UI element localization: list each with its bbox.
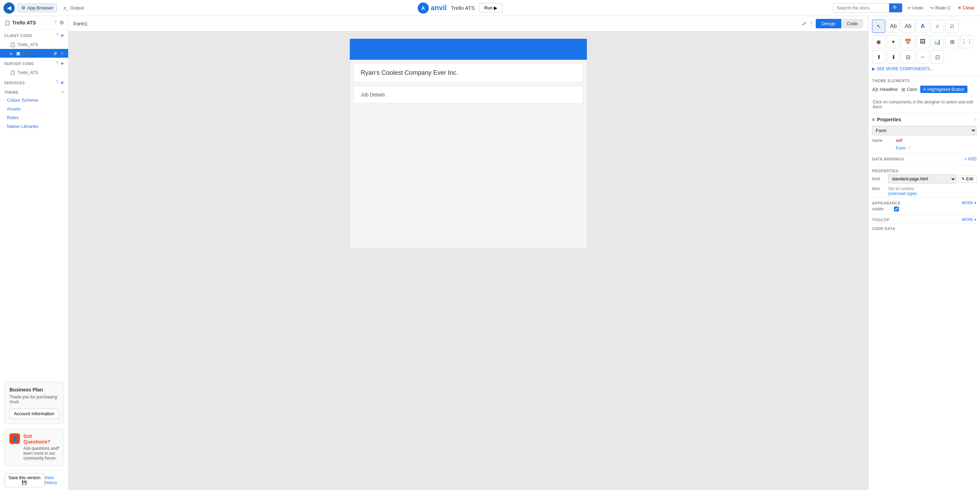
- form-help-button[interactable]: ?: [810, 21, 813, 27]
- tooltip-more-link[interactable]: MORE ▾: [962, 217, 977, 222]
- client-code-add-icon[interactable]: +: [60, 32, 64, 39]
- theme-headline-element[interactable]: Ab Headline: [872, 86, 898, 92]
- form-expand-button[interactable]: ⤢: [802, 20, 806, 27]
- sidebar-project-icon: 📋: [4, 20, 10, 25]
- search-button[interactable]: 🔍: [889, 3, 902, 12]
- properties-sub-header: PROPERTIES: [872, 165, 977, 174]
- cursor-tool-button[interactable]: ↖: [872, 19, 885, 33]
- got-questions-arrow-icon[interactable]: ›: [57, 444, 59, 451]
- html-select[interactable]: standard-page.html: [888, 174, 956, 183]
- theme-card-element[interactable]: ⊞ Card: [901, 87, 917, 92]
- item-set-runtime: Set at runtime: [888, 186, 917, 191]
- design-tab-label: Design: [821, 21, 835, 26]
- theme-elements-section: THEME ELEMENTS Ab Headline ⊞ Card A High…: [869, 76, 980, 96]
- trello-ats-client-label: Trello_ATS: [18, 42, 64, 47]
- sidebar-item-trello-ats-server[interactable]: 📋 Trello_ATS: [0, 68, 68, 77]
- textbox-component-button[interactable]: Ab: [901, 19, 915, 33]
- right-panel: ↖ Ab Ab A a ☑ ◉ ▾ 📅 🖼 📊 ⊞ ⋮⋮ ⬆ ⬇ ⊟: [868, 16, 980, 490]
- chart-component-button[interactable]: 📊: [931, 35, 944, 48]
- components-toolbar: ↖ Ab Ab A a ☑ ◉ ▾ 📅 🖼 📊 ⊞ ⋮⋮ ⬆ ⬇ ⊟: [869, 16, 980, 76]
- form-canvas[interactable]: Ryan's Coolest Company Ever Inc. Job Det…: [350, 38, 587, 248]
- name-prop-label: name: [872, 138, 893, 143]
- output-tab[interactable]: ≥_ Output: [60, 4, 87, 12]
- sidebar-item-roles[interactable]: Roles: [0, 113, 68, 122]
- form-type-select[interactable]: Form: [872, 126, 977, 135]
- redo-button[interactable]: ↪ Redo C: [928, 4, 953, 12]
- visible-checkbox[interactable]: [894, 207, 899, 212]
- services-add-icon[interactable]: +: [60, 80, 64, 86]
- form-link-help-icon[interactable]: ?: [908, 146, 910, 150]
- button-component-button[interactable]: A: [916, 19, 929, 33]
- tooltip-header: TOOLTIP MORE ▾: [872, 214, 977, 223]
- sidebar-help-icon[interactable]: ?: [54, 19, 57, 26]
- form-link[interactable]: Form: [896, 146, 905, 151]
- dropdown-component-button[interactable]: ▾: [887, 35, 900, 48]
- account-information-button[interactable]: Account Information: [10, 409, 59, 419]
- view-history-link[interactable]: View history: [45, 475, 64, 485]
- gridpanel-component-button[interactable]: ⊡: [931, 50, 944, 64]
- item-unknown-type[interactable]: (unknown type): [888, 191, 917, 196]
- fileloader-component-button[interactable]: ⬆: [872, 50, 885, 64]
- sidebar-item-native-libraries[interactable]: Native Libraries: [0, 122, 68, 131]
- got-questions-content: Got Questions? Ask questions and learn m…: [24, 433, 59, 461]
- radio-component-button[interactable]: ◉: [872, 35, 885, 48]
- add-binding-button[interactable]: + ADD: [964, 157, 977, 161]
- checkbox-component-button[interactable]: ☑: [945, 19, 959, 33]
- appearance-more-link[interactable]: MORE ▾: [962, 200, 977, 205]
- save-label: Save this version 💾: [8, 475, 41, 485]
- output-label: Output: [70, 5, 84, 11]
- server-code-help-icon[interactable]: ?: [56, 60, 58, 67]
- canvas-area[interactable]: Ryan's Coolest Company Ever Inc. Job Det…: [68, 32, 868, 490]
- datagrid-component-button[interactable]: ⊞: [945, 35, 959, 48]
- design-code-tabs: Design Code: [816, 19, 863, 28]
- save-button[interactable]: Save this version 💾: [4, 473, 45, 487]
- form-card-job-details[interactable]: Job Details: [353, 86, 583, 103]
- form1-dropdown-icon[interactable]: ▼: [60, 51, 64, 56]
- card-icon: ⊞: [901, 87, 905, 92]
- sidebar-item-assets[interactable]: Assets: [0, 105, 68, 113]
- search-box[interactable]: 🔍: [833, 3, 902, 13]
- close-button[interactable]: ✕ Close: [956, 4, 977, 12]
- run-label: Run ▶: [484, 5, 497, 11]
- app-browser-tab[interactable]: ⚙ App Browser: [18, 3, 57, 12]
- flowpanel-component-button[interactable]: ↔: [916, 50, 929, 64]
- html-edit-button[interactable]: ✎ Edit: [958, 175, 977, 183]
- theme-help-icon[interactable]: ?: [62, 90, 64, 94]
- image-component-button[interactable]: 🖼: [916, 35, 929, 48]
- theme-highlighted-button-element[interactable]: A Highlighted Button: [920, 86, 967, 93]
- link-component-button[interactable]: a: [931, 19, 944, 33]
- run-button[interactable]: Run ▶: [479, 3, 503, 13]
- see-more-components-link[interactable]: ▶ SEE MORE COMPONENTS...: [872, 66, 977, 72]
- search-input[interactable]: [833, 3, 889, 12]
- columns-component-button[interactable]: ⋮⋮: [960, 35, 974, 48]
- datepicker-component-button[interactable]: 📅: [901, 35, 915, 48]
- columnpanel-component-button[interactable]: ⊟: [901, 50, 915, 64]
- form1-chevron-icon[interactable]: ▶: [10, 51, 13, 56]
- sidebar-item-trello-ats-client[interactable]: 📋 Trello_ATS: [0, 40, 68, 49]
- comp-row-3: ⬆ ⬇ ⊟ ↔ ⊡: [872, 50, 977, 64]
- topbar-center: A anvil Trello ATS Run ▶: [90, 2, 830, 14]
- services-help-icon[interactable]: ?: [56, 80, 58, 86]
- theme-label: THEME: [4, 90, 19, 94]
- close-label: Close: [963, 5, 974, 11]
- form-card-company[interactable]: Ryan's Coolest Company Ever Inc.: [353, 63, 583, 83]
- linearpanel-component-button[interactable]: ⬇: [887, 50, 900, 64]
- undo-icon: ↩: [907, 5, 911, 11]
- design-tab[interactable]: Design: [816, 19, 841, 28]
- undo-button[interactable]: ↩ Undo: [905, 4, 926, 12]
- server-code-add-icon[interactable]: +: [60, 60, 64, 67]
- code-tab[interactable]: Code: [841, 19, 863, 28]
- sidebar-gear-icon[interactable]: ⚙: [59, 19, 64, 26]
- sidebar-item-form1[interactable]: ▶ ▣ Form1 ⚡ ▼: [0, 49, 68, 58]
- form-top-bar: [350, 39, 587, 60]
- properties-help-icon[interactable]: ?: [974, 117, 977, 123]
- client-code-help-icon[interactable]: ?: [56, 32, 58, 39]
- data-bindings-header: DATA BINDINGS + ADD: [872, 153, 977, 164]
- sidebar-item-colour-scheme[interactable]: Colour Scheme: [0, 96, 68, 105]
- save-bar: Save this version 💾 View history: [0, 470, 68, 490]
- back-button[interactable]: ◀: [3, 2, 15, 14]
- label-component-button[interactable]: Ab: [887, 19, 900, 33]
- view-history-label: View history: [45, 475, 57, 485]
- prop-form-link-row: Form ?: [872, 146, 977, 151]
- appearance-title: APPEARANCE: [872, 201, 900, 205]
